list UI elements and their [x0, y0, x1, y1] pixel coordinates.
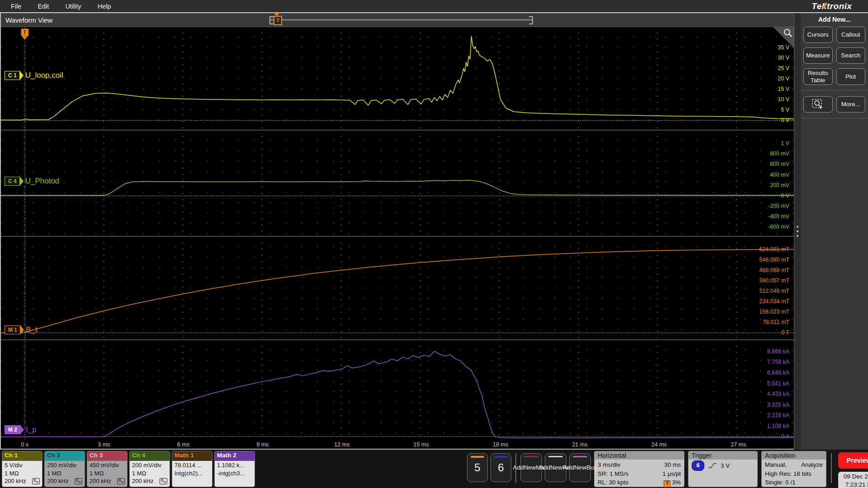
y-axis-label: 0 T: [781, 329, 789, 336]
channel-chip-ch1[interactable]: C 1: [5, 71, 20, 80]
channel-setting: 250 mV/div: [47, 461, 83, 469]
more-button[interactable]: More...: [836, 96, 866, 113]
main-area: Waveform View T 35 V30 V25 V20 V15 V10 V…: [0, 13, 868, 450]
channel-card-ch1[interactable]: Ch 15 V/div1 MΩ200 kHzBw: [2, 451, 42, 487]
channel-card-body-ch2: 250 mV/div1 MΩ200 kHzBw: [45, 461, 85, 487]
trace-ch4: [1, 131, 794, 236]
preview-button[interactable]: Preview: [838, 452, 868, 469]
y-axis-label: 6.649 kA: [767, 370, 789, 376]
sidebar-callout-button[interactable]: Callout: [836, 27, 866, 43]
y-axis-label: 10 V: [778, 96, 789, 103]
trigger-pointer-icon: [22, 36, 28, 39]
sidebar-results-table-button[interactable]: Results Table: [803, 68, 833, 85]
bandwidth-badge: Bw: [160, 478, 167, 484]
separator: [831, 453, 832, 483]
x-axis-tick: 0 s: [21, 441, 28, 448]
trigger-panel[interactable]: Trigger 6 3 V: [688, 451, 758, 487]
channel-card-title-ch4: Ch 4: [130, 451, 170, 461]
channel-card-ch4[interactable]: Ch 4200 mV/div1 MΩ200 kHzBw: [129, 451, 170, 487]
y-axis-label: 600 mV: [770, 161, 789, 167]
overview-trigger-arrow-icon: [274, 13, 280, 16]
y-axis-label: 5.541 kA: [767, 380, 789, 387]
channel-badge-ch4[interactable]: C 4U_Photod: [5, 177, 59, 186]
y-axis-label: 2.216 kA: [767, 412, 789, 418]
acquisition-mode: Manual,: [765, 460, 787, 469]
add-new-bus-button[interactable]: AddNewBus: [569, 453, 591, 482]
trigger-level: 3 V: [721, 461, 730, 470]
channel-label-math1: B_t: [26, 325, 38, 334]
sidebar-cursors-button[interactable]: Cursors: [803, 27, 833, 43]
bandwidth-badge: Bw: [75, 478, 82, 484]
zoom-corner-button[interactable]: [773, 27, 794, 48]
channel-card-title-ch1: Ch 1: [2, 451, 42, 461]
menu-bar: FileEditUtilityHelp Tektronix: [0, 0, 868, 13]
horizontal-panel[interactable]: Horizontal 3 ms/div30 ms SR: 1 MS/s1 μs/…: [594, 451, 684, 487]
channel-chip-math1[interactable]: M 1: [5, 325, 20, 334]
x-axis-tick: 27 ms: [731, 441, 746, 448]
channel-chip-ch4[interactable]: C 4: [5, 177, 20, 186]
menu-help[interactable]: Help: [91, 1, 118, 11]
waveform-view: Waveform View T 35 V30 V25 V20 V15 V10 V…: [0, 13, 794, 450]
channel-badge-math1[interactable]: M 1B_t: [5, 325, 38, 334]
x-axis-tick: 12 ms: [334, 441, 349, 448]
sidebar-divider: [801, 90, 868, 91]
add-new-math-button[interactable]: AddNewMath: [520, 453, 542, 482]
channel-setting: -intg(ch3...: [217, 469, 253, 478]
trigger-t-icon: T: [21, 28, 28, 36]
y-axis-label: 390.057 mT: [759, 277, 789, 284]
date: 09 Dec 2024: [839, 473, 868, 481]
sidebar-plot-button[interactable]: Plot: [836, 68, 866, 85]
channel-badge-ch1[interactable]: C 1U_loop,coil: [5, 71, 63, 80]
acquisition-panel-title: Acquisition: [762, 451, 826, 460]
overview-trigger-marker[interactable]: T: [274, 16, 282, 25]
panel-drag-handle[interactable]: [794, 13, 801, 450]
y-axis-label: -400 mV: [768, 213, 789, 220]
y-axis-label: 3.325 kA: [767, 402, 789, 408]
sidebar-search-button[interactable]: Search: [836, 47, 866, 64]
overview-right-bracket[interactable]: [529, 16, 533, 24]
bandwidth-badge: Bw: [117, 478, 125, 484]
channel-5-button[interactable]: 5: [467, 453, 488, 482]
channel-card-body-ch1: 5 V/div1 MΩ200 kHzBw: [2, 461, 42, 487]
channel-card-math1[interactable]: Math 178.0114 ...Intg(ch2)...: [172, 451, 212, 487]
waveform-slice-math1: 624.091 mT546.080 mT468.068 mT390.057 mT…: [1, 237, 794, 339]
trigger-position-flag[interactable]: T: [21, 28, 28, 39]
zoom-select-button[interactable]: [803, 96, 833, 113]
sidebar-measure-button[interactable]: Measure: [803, 47, 833, 64]
channel-6-button[interactable]: 6: [491, 453, 511, 482]
menu-file[interactable]: File: [5, 1, 28, 11]
channel-chip-math2[interactable]: M 2: [5, 425, 20, 434]
acquisition-panel[interactable]: Acquisition Manual,Analyze High Res: 16 …: [761, 451, 826, 487]
y-axis-label: 5 V: [781, 107, 789, 113]
trigger-position-icon: T: [664, 480, 670, 487]
channel-card-title-ch2: Ch 2: [45, 451, 85, 461]
channel-setting: 1 MΩ: [90, 469, 125, 478]
waveform-slice-ch4: 1 V800 mV600 mV400 mV200 mV0 V-200 mV-40…: [1, 131, 794, 236]
overview-left-bracket[interactable]: [269, 16, 274, 24]
trigger-panel-title: Trigger: [689, 451, 757, 460]
channel-card-title-math1: Math 1: [172, 451, 212, 461]
channel-label-ch1: U_loop,coil: [25, 71, 63, 80]
y-axis-label: 400 mV: [770, 172, 789, 178]
y-axis-label: 0 V: [781, 117, 789, 123]
oscilloscope-app: FileEditUtilityHelp Tektronix Waveform V…: [0, 0, 868, 488]
channel-card-body-ch3: 450 mV/div1 MΩ200 kHzBw: [87, 461, 127, 487]
waveform-view-header: Waveform View T: [1, 13, 794, 27]
sidebar-icon-row: More...: [803, 96, 865, 113]
horizontal-overview-bar[interactable]: T: [270, 16, 532, 23]
overview-line: [270, 19, 532, 20]
menu-edit[interactable]: Edit: [31, 1, 55, 11]
channel-badge-math2[interactable]: M 2I_p: [5, 425, 37, 434]
channel-card-math2[interactable]: Math 21.1082 k...-intg(ch3...: [214, 451, 255, 487]
channel-card-ch3[interactable]: Ch 3450 mV/div1 MΩ200 kHzBw: [87, 451, 127, 487]
channel-setting: 450 mV/div: [90, 461, 125, 469]
y-axis-label: -200 mV: [768, 203, 789, 209]
channel-label-math2: I_p: [26, 425, 37, 434]
horizontal-window: 30 ms: [664, 460, 681, 469]
menu-utility[interactable]: Utility: [59, 1, 87, 11]
acquisition-single: Single: 0 /1: [765, 478, 823, 487]
channel-card-ch2[interactable]: Ch 2250 mV/div1 MΩ200 kHzBw: [44, 451, 85, 487]
channel-setting: 1 MΩ: [132, 469, 168, 478]
trace-math1: [1, 237, 794, 339]
horizontal-panel-title: Horizontal: [594, 451, 684, 460]
